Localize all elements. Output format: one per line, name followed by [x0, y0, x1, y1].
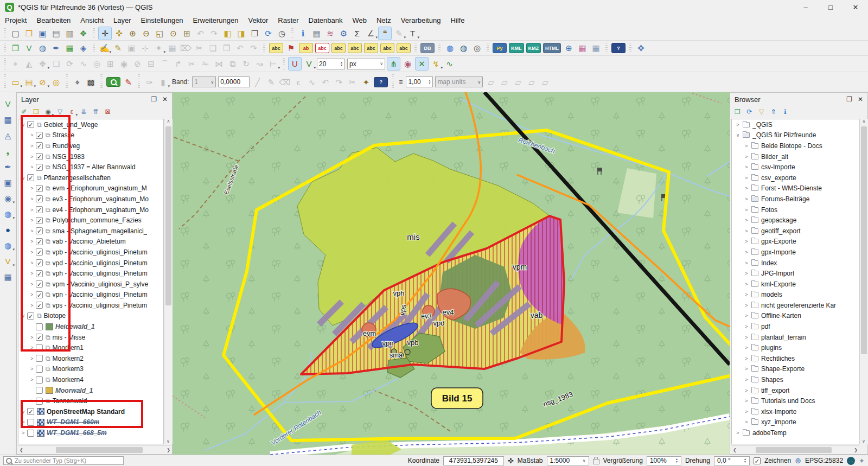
menu-web[interactable]: Web	[347, 16, 372, 24]
open-project-icon[interactable]: ❒	[23, 27, 35, 40]
browser-item-qgis[interactable]: >_QGIS	[732, 119, 859, 130]
new-project-icon[interactable]: ▢	[9, 27, 22, 40]
search-layers-icon[interactable]: ◎	[471, 42, 483, 54]
expander-icon[interactable]: >	[28, 132, 36, 138]
browser-item-xlsx-importe[interactable]: >xlsx-Importe	[732, 406, 859, 417]
expander-icon[interactable]: >	[743, 218, 750, 223]
pin-unpin-labels-icon[interactable]: abc	[331, 43, 346, 53]
expander-icon[interactable]: ∨	[734, 132, 742, 138]
expander-icon[interactable]: >	[743, 409, 750, 414]
rotation-spinbox[interactable]: 0,0 °▲▼	[714, 456, 750, 465]
select-features-icon[interactable]: ▭▾	[9, 76, 22, 88]
expander-icon[interactable]: >	[743, 345, 750, 350]
layer-diagram-options-icon[interactable]: ⚑	[285, 42, 297, 54]
map-canvas[interactable]: misvphvpsev3ev4vpdevmvpnvpbsmavpmvabnsg_…	[173, 92, 730, 455]
new-memory-layer-icon[interactable]: ▦	[63, 42, 76, 54]
menu-netz[interactable]: Netz	[372, 16, 396, 24]
menu-datenbank[interactable]: Datenbank	[304, 16, 348, 24]
toggle-editing-icon[interactable]: ✎	[112, 42, 124, 54]
select-features-by-value-icon[interactable]: ▤▾	[23, 76, 35, 88]
refresh-browser-icon[interactable]: ⟳	[744, 107, 755, 117]
layer-checkbox[interactable]	[36, 355, 43, 362]
new-map-view-icon[interactable]: ❐	[248, 27, 261, 40]
messages-icon[interactable]: …	[847, 457, 855, 465]
new-spatialite-layer-icon[interactable]: ◍	[36, 42, 49, 54]
add-xyz-layer-icon[interactable]: ▦	[2, 271, 14, 283]
expander-icon[interactable]: >	[28, 154, 36, 159]
close-button[interactable]: ✕	[843, 0, 868, 14]
add-spatialite-layer-icon[interactable]: ✒	[2, 161, 14, 173]
zoom-to-selection-icon[interactable]: ⊙	[167, 27, 180, 40]
enable-snapping-icon[interactable]: U	[288, 57, 302, 71]
menu-bearbeiten[interactable]: Bearbeiten	[31, 16, 75, 24]
add-postgis-layer-icon[interactable]: ◉▾	[2, 192, 14, 205]
new-shapefile-layer-icon[interactable]: V	[23, 42, 35, 54]
layer-item-vpm-vaccinio-uliginosi-p-sylve[interactable]: >✓⧉vpm - Vaccinio_uliginosi_P_sylve	[18, 279, 163, 290]
quickmapservices-icon[interactable]: ✎	[122, 76, 135, 88]
search-input[interactable]: Zu suchender Typ (Strg+K)	[3, 456, 124, 465]
expander-icon[interactable]: >	[743, 377, 750, 382]
filter-by-expression-icon[interactable]: ε▾	[67, 107, 77, 117]
avoid-overlap-icon[interactable]: ◉	[401, 58, 414, 70]
expander-icon[interactable]: >	[28, 282, 36, 287]
refresh-map-icon[interactable]: ⟳	[262, 27, 275, 40]
browser-item-shapes[interactable]: >Shapes	[732, 374, 859, 385]
browser-hscroll-thumb[interactable]	[756, 447, 832, 453]
expander-icon[interactable]: ∨	[20, 122, 27, 127]
menu-erweiterungen[interactable]: Erweiterungen	[188, 16, 244, 24]
python-console-icon[interactable]: Py	[493, 43, 507, 53]
georeferencer-icon[interactable]: ⌖	[71, 76, 84, 88]
browser-item-fotos[interactable]: >Fotos	[732, 205, 859, 215]
browser-item-beide-biotope-docs[interactable]: >Beide Biotope - Docs	[732, 141, 859, 151]
add-mesh-layer-icon[interactable]: ◬	[2, 129, 14, 142]
expander-icon[interactable]: >	[28, 207, 36, 213]
layer-checkbox[interactable]: ✓	[36, 195, 43, 202]
browser-item-planlauf-terrain[interactable]: >planlauf_terrain	[732, 332, 859, 343]
layer-item-openstreetmap-standard[interactable]: ∨✓OpenStreetMap Standard	[18, 406, 163, 417]
move-label-icon[interactable]: abc	[364, 43, 378, 53]
add-wcs-layer-icon[interactable]: ◍▾	[2, 239, 14, 252]
layer-checkbox[interactable]: ✓	[36, 259, 43, 266]
expander-icon[interactable]: >	[28, 366, 36, 372]
close-panel-icon[interactable]: ✕	[162, 95, 168, 103]
add-wms-layer-icon[interactable]: ◍▾	[2, 208, 14, 220]
snapping-units-select[interactable]: px∨	[347, 59, 385, 69]
layer-horizontal-scrollbar[interactable]: ❮ ❯	[18, 445, 172, 454]
expander-icon[interactable]: >	[743, 356, 750, 361]
expander-icon[interactable]: >	[28, 377, 36, 382]
filter-browser-icon[interactable]: ▽	[756, 107, 767, 117]
browser-item-tutorials-und-docs[interactable]: >Tutorials und Docs	[732, 395, 859, 406]
new-print-layout-icon[interactable]: ▤	[50, 27, 62, 40]
expander-icon[interactable]: >	[28, 303, 36, 308]
layer-item-strasse[interactable]: >✓⧉Strasse	[18, 130, 163, 141]
show-sum-icon[interactable]: Σ	[351, 27, 363, 40]
layer-checkbox[interactable]: ✓	[36, 280, 43, 288]
browser-item-index[interactable]: >Index	[732, 258, 859, 269]
browser-item-shape-exporte[interactable]: >Shape-Exporte	[732, 364, 859, 375]
expander-icon[interactable]: >	[743, 154, 750, 159]
expander-icon[interactable]: >	[743, 143, 750, 149]
expander-icon[interactable]: >	[743, 366, 750, 372]
expander-icon[interactable]: >	[28, 356, 36, 361]
layer-item-vpd-vaccinio-uliginosi-pinetum[interactable]: >✓⧉vpd - Vaccinio_uliginosi_Pinetum	[18, 258, 163, 269]
rule-based-labeling-icon[interactable]: abc	[315, 43, 329, 53]
snap-on-intersection-icon[interactable]: ✕	[415, 57, 429, 71]
filter-legend-icon[interactable]: ▽	[55, 107, 65, 117]
add-vector-layer-icon[interactable]: V	[2, 98, 14, 110]
open-attribute-table-icon[interactable]: ▦	[310, 27, 323, 40]
menu-hilfe[interactable]: Hilfe	[445, 16, 469, 24]
layer-item-moorkern1[interactable]: >⧉Moorkern1	[18, 342, 163, 353]
undock-browser-icon[interactable]: ❐	[846, 95, 852, 103]
browser-item-gpx-exporte[interactable]: >gpx-Exporte	[732, 237, 859, 247]
expander-icon[interactable]: >	[743, 303, 750, 308]
browser-item-xyz-importe[interactable]: >xyz_importe	[732, 417, 859, 428]
mouse-position-icon[interactable]: ✜	[508, 457, 514, 465]
layer-item-biotope[interactable]: ∨✓⧉Biotope	[18, 311, 163, 322]
new-geopackage-layer-icon[interactable]: ❒	[9, 42, 22, 54]
layer-checkbox[interactable]: ✓	[27, 174, 34, 181]
layer-checkbox[interactable]: ✓	[27, 121, 34, 128]
expander-icon[interactable]: >	[28, 260, 36, 266]
layer-item-sma-sphagnetum-magellanici[interactable]: >✓⧉sma - Sphagnetum_magellanici_	[18, 226, 163, 237]
wms-services-icon[interactable]: ◍	[457, 42, 470, 54]
layer-checkbox[interactable]: ✓	[36, 248, 43, 256]
